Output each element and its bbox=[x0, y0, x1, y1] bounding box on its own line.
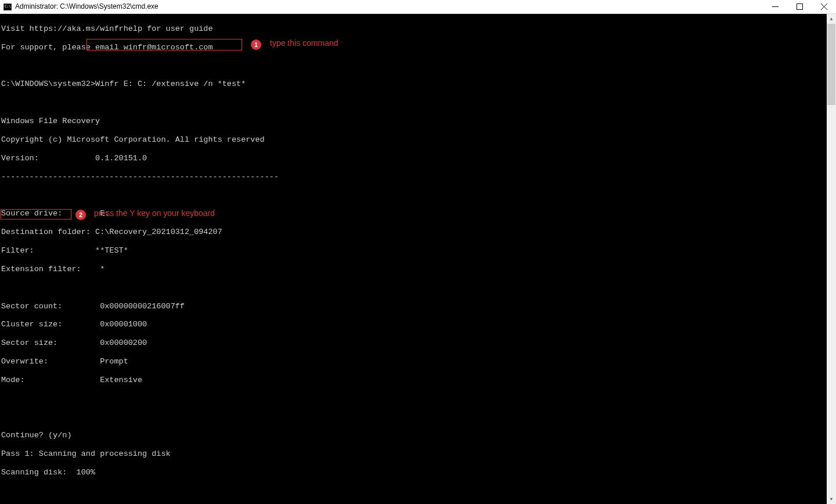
scroll-down-arrow[interactable]: ▼ bbox=[827, 494, 836, 504]
window-titlebar: Administrator: C:\Windows\System32\cmd.e… bbox=[0, 0, 836, 14]
close-button[interactable] bbox=[820, 3, 828, 11]
svg-rect-1 bbox=[797, 4, 802, 10]
prompt-path: C:\WINDOWS\system32> bbox=[1, 80, 95, 88]
scrollbar-thumb[interactable] bbox=[827, 24, 835, 105]
terminal-output[interactable]: Visit https://aka.ms/winfrhelp for user … bbox=[0, 14, 836, 504]
mode-line: Mode: Extensive bbox=[1, 376, 835, 385]
ext-filter-line: Extension filter: * bbox=[1, 265, 835, 274]
annotation-text-2: press the Y key on your keyboard bbox=[94, 208, 215, 218]
pass1-title: Pass 1: Scanning and processing disk bbox=[1, 449, 835, 459]
sector-count-line: Sector count: 0x00000000216007ff bbox=[1, 302, 835, 311]
help-line: Visit https://aka.ms/winfrhelp for user … bbox=[1, 24, 835, 34]
cluster-size-line: Cluster size: 0x00001000 bbox=[1, 320, 835, 329]
annotation-badge-2: 2 bbox=[75, 210, 86, 220]
maximize-button[interactable] bbox=[795, 3, 803, 11]
minimize-button[interactable] bbox=[771, 3, 779, 11]
app-name: Windows File Recovery bbox=[1, 117, 835, 126]
prompt-line: C:\WINDOWS\system32>Winfr E: C: /extensi… bbox=[1, 80, 835, 89]
annotation-text-1: type this command bbox=[270, 38, 338, 48]
sector-size-line: Sector size: 0x00000200 bbox=[1, 339, 835, 348]
separator-line: ----------------------------------------… bbox=[1, 172, 835, 182]
window-title: Administrator: C:\Windows\System32\cmd.e… bbox=[15, 2, 771, 10]
version-line: Version: 0.1.20151.0 bbox=[1, 154, 835, 163]
continue-prompt: Continue? (y/n) bbox=[1, 431, 835, 440]
overwrite-line: Overwrite: Prompt bbox=[1, 357, 835, 366]
destination-line: Destination folder: C:\Recovery_20210312… bbox=[1, 228, 835, 237]
annotation-badge-1: 1 bbox=[251, 39, 261, 50]
filter-line: Filter: **TEST* bbox=[1, 246, 835, 255]
scroll-up-arrow[interactable]: ▲ bbox=[827, 14, 836, 24]
scanning-line: Scanning disk: 100% bbox=[1, 468, 835, 477]
support-line: For support, please email winfr@microsof… bbox=[1, 43, 835, 52]
command-text: Winfr E: C: /extensive /n *test* bbox=[95, 80, 246, 88]
cmd-icon bbox=[3, 3, 12, 10]
vertical-scrollbar[interactable]: ▲ ▼ bbox=[827, 14, 836, 504]
copyright-line: Copyright (c) Microsoft Corporation. All… bbox=[1, 135, 835, 145]
